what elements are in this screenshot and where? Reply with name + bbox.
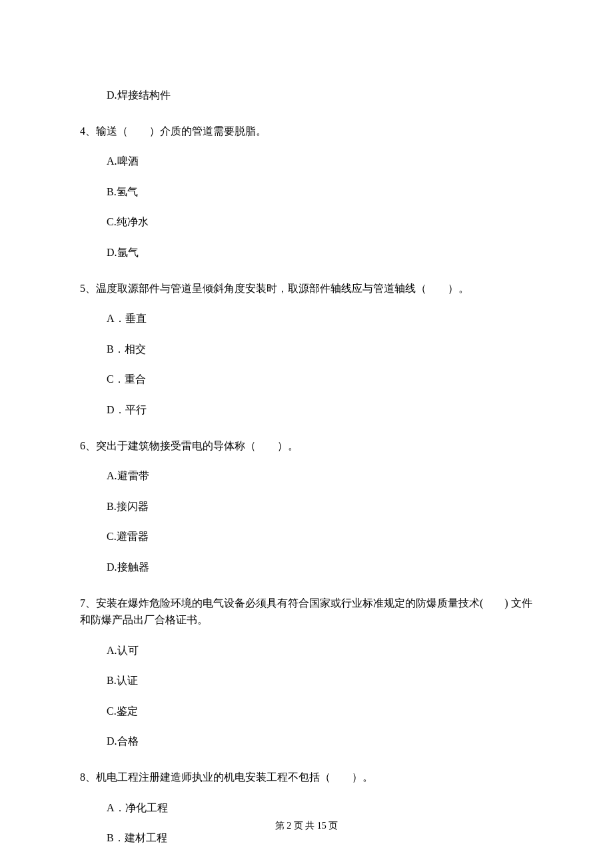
q4-option-c: C.纯净水 xyxy=(107,213,533,231)
q6-option-a: A.避雷带 xyxy=(107,467,533,485)
page-content: D.焊接结构件 4、输送（ ）介质的管道需要脱脂。 A.啤酒 B.氢气 C.纯净… xyxy=(0,0,613,847)
q5-option-b: B．相交 xyxy=(107,341,533,358)
q6-option-d: D.接触器 xyxy=(107,559,533,576)
q7-option-d: D.合格 xyxy=(107,733,533,750)
q4-option-a: A.啤酒 xyxy=(107,153,533,170)
q5-option-a: A．垂直 xyxy=(107,310,533,327)
q5-option-c: C．重合 xyxy=(107,371,533,388)
q4-option-b: B.氢气 xyxy=(107,183,533,201)
q8-text: 8、机电工程注册建造师执业的机电安装工程不包括（ ）。 xyxy=(80,769,533,786)
q6-option-b: B.接闪器 xyxy=(107,498,533,515)
q8-option-a: A．净化工程 xyxy=(107,799,533,817)
q4-text: 4、输送（ ）介质的管道需要脱脂。 xyxy=(80,123,533,140)
q5-text: 5、温度取源部件与管道呈倾斜角度安装时，取源部件轴线应与管道轴线（ ）。 xyxy=(80,280,533,297)
q7-text: 7、安装在爆炸危险环境的电气设备必须具有符合国家或行业标准规定的防爆质量技术( … xyxy=(80,595,533,629)
q6-text: 6、突出于建筑物接受雷电的导体称（ ）。 xyxy=(80,437,533,455)
q3-option-d: D.焊接结构件 xyxy=(107,87,533,104)
page-footer: 第 2 页 共 15 页 xyxy=(0,819,613,833)
q5-option-d: D．平行 xyxy=(107,401,533,419)
q4-option-d: D.氩气 xyxy=(107,244,533,261)
q7-option-c: C.鉴定 xyxy=(107,703,533,720)
q6-option-c: C.避雷器 xyxy=(107,528,533,545)
q7-option-a: A.认可 xyxy=(107,642,533,659)
q7-option-b: B.认证 xyxy=(107,672,533,689)
